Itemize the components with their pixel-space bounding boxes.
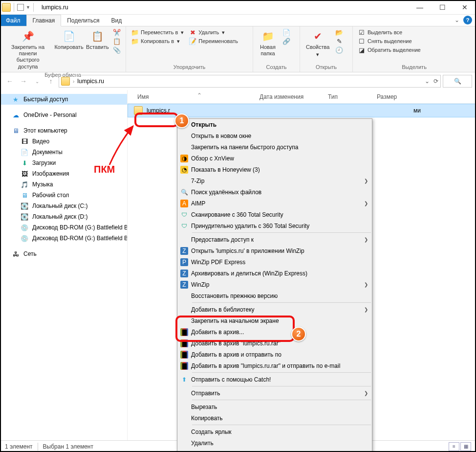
ctx-7zip[interactable]: 7-Zip❯ xyxy=(177,175,372,186)
refresh-icon[interactable]: ⟳ xyxy=(433,78,438,85)
tab-file[interactable]: Файл xyxy=(0,15,26,26)
ctx-add-send-rar[interactable]: ▇Добавить в архив "lumpics.ru.rar" и отп… xyxy=(177,360,372,371)
ctx-copy[interactable]: Копировать xyxy=(177,412,372,424)
ctx-pin-quickaccess[interactable]: Закрепить на панели быстрого доступа xyxy=(177,141,372,153)
selectinvert-button[interactable]: ◪Обратить выделение xyxy=(357,46,422,55)
group-select-label: Выделить xyxy=(357,63,472,70)
chevron-right-icon: ❯ xyxy=(364,307,368,312)
navigation-pane: ★Быстрый доступ ☁OneDrive - Personal 🖥Эт… xyxy=(0,90,127,440)
folder-icon xyxy=(134,106,143,115)
qat-icon[interactable] xyxy=(17,4,24,11)
copyto-button[interactable]: 📁Копировать в▾ xyxy=(130,37,185,46)
nav-recent-button[interactable]: ⌄ xyxy=(31,75,43,87)
ctx-honeyview[interactable]: ◔Показать в Honeyview (3) xyxy=(177,164,372,175)
col-date[interactable]: Дата изменения xyxy=(256,93,324,100)
moveto-button[interactable]: 📁Переместить в▾ xyxy=(130,28,185,37)
ctx-add-archive-rar[interactable]: ▇Добавить в архив "lumpics.ru.rar" xyxy=(177,338,372,349)
sidebar-item-network[interactable]: 🖧Сеть xyxy=(0,249,127,259)
newitem-small-button[interactable]: 📄 xyxy=(281,28,291,37)
sidebar-item-video[interactable]: 🎞Видео xyxy=(0,136,127,147)
close-button[interactable]: ✕ xyxy=(454,0,476,15)
edit-small-button[interactable]: ✎ xyxy=(334,37,344,46)
open-small-button[interactable]: 📂 xyxy=(334,28,344,37)
ctx-add-archive[interactable]: ▇Добавить в архив... xyxy=(177,326,372,338)
sidebar-item-bdrom2[interactable]: 💿Дисковод BD-ROM (G:) Battlefield Ba xyxy=(0,233,127,244)
sidebar-item-diskc[interactable]: 💽Локальный диск (C:) xyxy=(0,201,127,211)
ctx-open[interactable]: Открыть xyxy=(177,119,372,130)
col-type[interactable]: Тип xyxy=(324,93,373,100)
sidebar-item-diskd[interactable]: 💽Локальный диск (D:) xyxy=(0,211,127,222)
ctx-search-deleted[interactable]: 🔍Поиск удалённых файлов xyxy=(177,186,372,198)
file-name: lumpics.r xyxy=(147,107,170,114)
easyaccess-small-button[interactable]: 🔗 xyxy=(281,37,291,46)
tab-share[interactable]: Поделиться xyxy=(61,15,105,26)
col-name[interactable]: Имя⌃ xyxy=(133,93,256,100)
col-size[interactable]: Размер xyxy=(373,93,401,100)
ctx-aimp[interactable]: AAIMP❯ xyxy=(177,198,372,209)
help-icon[interactable]: ? xyxy=(463,16,472,24)
chevron-right-icon: ❯ xyxy=(364,237,368,242)
tab-view[interactable]: Вид xyxy=(105,15,128,26)
ctx-create-shortcut[interactable]: Создать ярлык xyxy=(177,426,372,437)
sidebar-item-onedrive[interactable]: ☁OneDrive - Personal xyxy=(0,110,127,120)
ctx-rename[interactable]: Переименовать xyxy=(177,449,372,452)
ctx-open-winzip[interactable]: ZОткрыть 'lumpics.ru' в приложении WinZi… xyxy=(177,245,372,256)
qat-dropdown-icon[interactable]: ▼ xyxy=(26,5,30,10)
delete-button[interactable]: ✖Удалить▾ xyxy=(188,28,239,37)
sidebar-item-documents[interactable]: 📄Документы xyxy=(0,147,127,158)
nav-forward-button[interactable]: → xyxy=(18,75,29,87)
ctx-scan-360[interactable]: 🛡Сканирование с 360 Total Security xyxy=(177,209,372,220)
search-box[interactable]: 🔍 xyxy=(443,75,472,88)
newfolder-button[interactable]: 📁Новая папка xyxy=(257,28,279,58)
maximize-button[interactable]: ☐ xyxy=(431,0,454,15)
ctx-force-delete-360[interactable]: 🛡Принудительно удалить с 360 Total Secur… xyxy=(177,220,372,231)
pin-quickaccess-button[interactable]: 📌Закрепить на панели быстрого доступа xyxy=(4,28,52,71)
ctx-cut[interactable]: Вырезать xyxy=(177,401,372,412)
ctx-winzip-pdf[interactable]: PWinZip PDF Express xyxy=(177,256,372,268)
selectall-button[interactable]: ☑Выделить все xyxy=(357,28,422,37)
sidebar-item-quickaccess[interactable]: ★Быстрый доступ xyxy=(0,94,127,105)
nav-back-button[interactable]: ← xyxy=(4,75,16,87)
paste-button[interactable]: 📋Вставить xyxy=(86,28,109,51)
ctx-pin-start[interactable]: Закрепить на начальном экране xyxy=(177,315,372,326)
column-headers: Имя⌃ Дата изменения Тип Размер xyxy=(128,90,476,104)
sidebar-item-desktop[interactable]: 🖥Рабочий стол xyxy=(0,190,127,201)
ctx-share-access[interactable]: Предоставить доступ к❯ xyxy=(177,234,372,245)
annotation-badge-1: 1 xyxy=(174,113,189,128)
view-large-button[interactable]: ▦ xyxy=(460,442,471,451)
ctx-open-new-window[interactable]: Открыть в новом окне xyxy=(177,130,372,141)
copypath-small-button[interactable]: 📋 xyxy=(112,37,122,46)
minimize-button[interactable]: — xyxy=(409,0,431,15)
sidebar-item-thispc[interactable]: 🖥Этот компьютер xyxy=(0,125,127,136)
ctx-send[interactable]: Отправить❯ xyxy=(177,387,372,399)
properties-button[interactable]: ✔Свойства▾ xyxy=(304,28,331,59)
view-details-button[interactable]: ≡ xyxy=(449,442,459,451)
rename-button[interactable]: 📝Переименовать xyxy=(188,37,239,46)
sidebar-item-music[interactable]: 🎵Музыка xyxy=(0,179,127,190)
annotation-badge-2: 2 xyxy=(291,327,306,341)
history-small-button[interactable]: 🕘 xyxy=(334,46,344,55)
addr-dropdown-icon[interactable]: ⌄ xyxy=(425,78,430,85)
copy-button[interactable]: 📄Копировать xyxy=(55,28,83,51)
ctx-send-catch[interactable]: ⬆Отправить с помощью Catch! xyxy=(177,374,372,385)
quick-access-toolbar: ▼ xyxy=(0,3,38,12)
ctx-delete[interactable]: Удалить xyxy=(177,437,372,449)
ctx-restore-previous[interactable]: Восстановить прежнюю версию xyxy=(177,290,372,301)
tab-home[interactable]: Главная xyxy=(26,15,62,26)
ribbon-collapse-icon[interactable]: ⌄ xyxy=(454,17,459,23)
status-count: 1 элемент xyxy=(5,443,33,450)
pasteshortcut-small-button[interactable]: 📎 xyxy=(112,46,122,55)
breadcrumb[interactable]: lumpics.ru xyxy=(77,78,104,85)
ctx-add-send[interactable]: ▇Добавить в архив и отправить по xyxy=(177,349,372,360)
group-new-label: Создать xyxy=(257,63,296,70)
selectnone-button[interactable]: ☐Снять выделение xyxy=(357,37,422,46)
ctx-xnview[interactable]: ◑Обзор с XnView xyxy=(177,153,372,164)
ctx-winzip-express[interactable]: ZАрхивировать и делиться (WinZip Express… xyxy=(177,268,372,279)
address-box[interactable]: › lumpics.ru ⌄ ⟳ xyxy=(59,75,441,88)
nav-up-button[interactable]: ↑ xyxy=(45,75,57,87)
ctx-add-library[interactable]: Добавить в библиотеку❯ xyxy=(177,304,372,315)
ctx-winzip[interactable]: ZWinZip❯ xyxy=(177,279,372,290)
cut-small-button[interactable]: ✂️ xyxy=(112,28,122,37)
sidebar-item-bdrom1[interactable]: 💿Дисковод BD-ROM (G:) Battlefield B xyxy=(0,222,127,233)
context-menu: Открыть Открыть в новом окне Закрепить н… xyxy=(177,118,372,452)
